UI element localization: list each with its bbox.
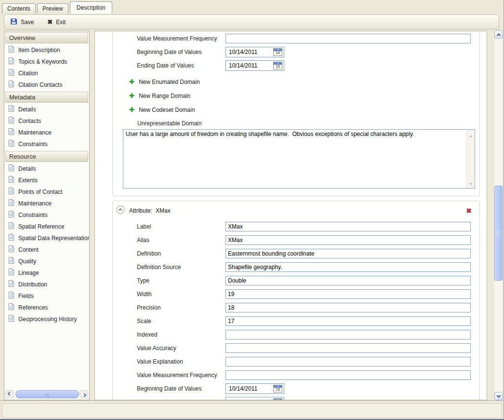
label-label: Label [137, 223, 225, 230]
sidebar-item-resource-content[interactable]: Content [4, 244, 89, 256]
field-row-alias: Alias [137, 235, 479, 245]
delete-attribute-button[interactable]: ✖ [466, 207, 472, 214]
ending-date-of-values-date-input[interactable]: 10/14/201115 [225, 397, 284, 400]
scroll-right-button[interactable] [80, 390, 88, 398]
beginning-date-of-values-date-input[interactable]: 10/14/201115 [225, 47, 284, 57]
attribute-name: XMax [156, 207, 171, 214]
document-icon [8, 233, 14, 243]
scroll-up-button[interactable] [470, 131, 472, 139]
definition-source-input[interactable] [225, 262, 471, 272]
sidebar-horizontal-scrollbar[interactable] [5, 390, 88, 398]
sidebar-item-resource-spatial-data-representation[interactable]: Spatial Data Representation [4, 232, 89, 244]
plus-icon: ✚ [129, 78, 134, 86]
sidebar-item-resource-details[interactable]: Details [4, 163, 89, 175]
scale-input[interactable] [225, 316, 471, 326]
add-link-new-range-domain[interactable]: ✚New Range Domain [129, 92, 479, 100]
sidebar-item-overview-citation-contacts[interactable]: Citation Contacts [4, 79, 89, 91]
document-icon [8, 45, 14, 55]
sidebar-item-label: Details [18, 106, 36, 113]
textarea-scrollbar[interactable] [466, 130, 475, 188]
chevron-up-icon [469, 135, 472, 138]
sidebar-item-resource-geoprocessing-history[interactable]: Geoprocessing History [4, 313, 89, 325]
scroll-left-button[interactable] [5, 390, 13, 398]
value-measurement-frequency-input[interactable] [225, 34, 471, 43]
scroll-up-button[interactable] [494, 30, 503, 39]
document-icon [8, 280, 14, 289]
calendar-button[interactable]: 15 [273, 48, 282, 56]
field-row-indexed: Indexed [137, 330, 479, 339]
sidebar-item-resource-lineage[interactable]: Lineage [4, 267, 89, 279]
precision-input[interactable] [225, 303, 471, 312]
add-link-label: New Enumated Domain [139, 79, 200, 85]
sidebar-item-metadata-contacts[interactable]: Contacts [4, 115, 89, 127]
sidebar-item-resource-references[interactable]: References [4, 302, 89, 313]
field-row-label: Label [137, 222, 479, 231]
metadata-editor-window: Contents Preview Description Save ✖ Exit… [0, 0, 504, 420]
tab-strip: Contents Preview Description [2, 1, 114, 14]
sidebar-item-label: Geoprocessing History [18, 316, 77, 323]
alias-input[interactable] [225, 235, 471, 245]
content-vertical-scrollbar[interactable] [494, 30, 503, 400]
save-button[interactable]: Save [10, 18, 34, 27]
sidebar: OverviewItem DescriptionTopics & Keyword… [4, 31, 90, 400]
indexed-label: Indexed [137, 331, 225, 338]
value-accuracy-input[interactable] [225, 343, 471, 353]
scrollbar-thumb[interactable] [15, 390, 79, 398]
sidebar-nav: OverviewItem DescriptionTopics & Keyword… [4, 32, 89, 325]
sidebar-item-resource-quality[interactable]: Quality [4, 256, 89, 267]
definition-input[interactable] [225, 249, 471, 258]
tab-preview[interactable]: Preview [37, 3, 68, 14]
scrollbar-thumb[interactable] [494, 186, 503, 281]
add-link-new-enumated-domain[interactable]: ✚New Enumated Domain [129, 78, 479, 86]
value-measurement-frequency-input[interactable] [225, 370, 471, 380]
sidebar-item-resource-spatial-reference[interactable]: Spatial Reference [4, 221, 89, 232]
value-explanation-input[interactable] [225, 357, 471, 366]
sidebar-item-overview-citation[interactable]: Citation [4, 68, 89, 79]
add-link-new-codeset-domain[interactable]: ✚New Codeset Domain [129, 106, 479, 114]
sidebar-item-metadata-constraints[interactable]: Constraints [4, 138, 89, 150]
scroll-down-button[interactable] [470, 178, 472, 187]
plus-icon: ✚ [129, 92, 134, 100]
add-link-label: New Codeset Domain [139, 107, 195, 113]
sidebar-section-header-overview: Overview [5, 32, 88, 43]
calendar-button[interactable]: 15 [273, 385, 282, 393]
chevron-up-icon [496, 33, 500, 37]
collapse-button[interactable] [116, 205, 125, 216]
indexed-input[interactable] [225, 330, 471, 339]
date-value: 10/14/2011 [229, 49, 257, 55]
document-icon [8, 245, 14, 255]
sidebar-item-overview-item-description[interactable]: Item Description [4, 44, 89, 56]
sidebar-item-resource-distribution[interactable]: Distribution [4, 279, 89, 290]
tab-contents[interactable]: Contents [2, 3, 36, 14]
tab-label: Contents [7, 5, 30, 12]
tab-label: Preview [42, 5, 63, 12]
type-input[interactable] [225, 276, 471, 285]
document-icon [8, 164, 14, 174]
sidebar-item-resource-constraints[interactable]: Constraints [4, 209, 89, 221]
precision-label: Precision [137, 304, 225, 311]
sidebar-item-resource-extents[interactable]: Extents [4, 175, 89, 186]
document-icon [8, 314, 14, 324]
exit-button[interactable]: ✖ Exit [47, 19, 66, 26]
status-footer [2, 403, 502, 418]
alias-label: Alias [137, 237, 225, 244]
field-row-beginning-date-of-values: Beginning Date of Values10/14/201115 [137, 47, 479, 57]
unrepresentable-domain-textarea[interactable]: User has a large amount of freedom in cr… [123, 130, 465, 188]
field-row-value-accuracy: Value Accuracy [137, 343, 479, 353]
tab-description[interactable]: Description [70, 1, 112, 14]
sidebar-item-metadata-details[interactable]: Details [4, 104, 89, 115]
sidebar-item-label: Maintenance [18, 129, 52, 136]
width-input[interactable] [225, 289, 471, 299]
ending-date-of-values-date-input[interactable]: 10/14/201115 [225, 60, 284, 71]
sidebar-item-resource-fields[interactable]: Fields [4, 290, 89, 302]
calendar-button[interactable]: 15 [273, 62, 282, 69]
sidebar-item-overview-topics-keywords[interactable]: Topics & Keywords [4, 56, 89, 68]
sidebar-item-resource-points-of-contact[interactable]: Points of Contact [4, 186, 89, 198]
sidebar-item-metadata-maintenance[interactable]: Maintenance [4, 127, 89, 138]
scroll-down-button[interactable] [494, 392, 503, 400]
tab-label: Description [77, 4, 106, 11]
sidebar-item-resource-maintenance[interactable]: Maintenance [4, 198, 89, 209]
beginning-date-of-values-date-input[interactable]: 10/14/201115 [225, 383, 284, 394]
label-input[interactable] [225, 222, 471, 231]
value-explanation-label: Value Explanation [137, 358, 225, 365]
